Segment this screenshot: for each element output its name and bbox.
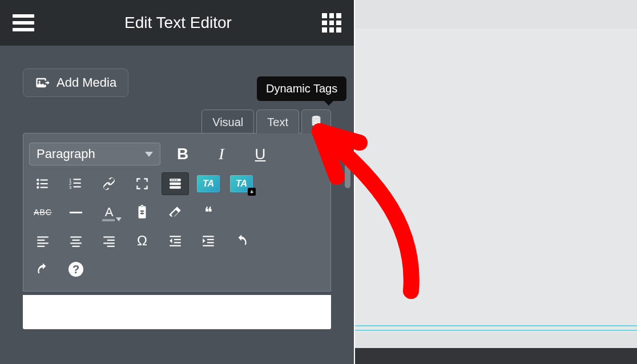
tab-visual[interactable]: Visual	[201, 110, 254, 134]
underline-icon: U	[255, 145, 266, 163]
tab-text[interactable]: Text	[256, 110, 299, 134]
numbered-list-icon: 123	[68, 176, 83, 191]
svg-rect-26	[70, 242, 82, 244]
fullscreen-icon	[135, 176, 150, 191]
svg-rect-6	[41, 187, 48, 188]
toolbar-toggle-icon	[168, 176, 183, 191]
svg-rect-27	[72, 246, 80, 247]
panel-title: Edit Text Editor	[124, 14, 232, 32]
svg-rect-20	[37, 236, 49, 237]
canvas-guide-line	[355, 330, 637, 331]
help-icon: ?	[68, 262, 83, 277]
chevron-down-icon	[116, 217, 122, 221]
svg-rect-38	[207, 242, 214, 243]
link-button[interactable]	[95, 172, 123, 195]
redo-icon	[35, 262, 50, 277]
menu-icon[interactable]	[13, 14, 34, 31]
tinymce-toolbar: Paragraph B I U 123	[23, 133, 331, 292]
media-icon	[35, 75, 51, 91]
strikethrough-icon: ABC	[34, 208, 52, 217]
bullet-list-icon	[35, 176, 50, 191]
blockquote-button[interactable]: ❝	[195, 201, 222, 224]
redo-button[interactable]	[29, 258, 57, 281]
clipboard-icon: T	[135, 205, 150, 220]
paste-text-button[interactable]: T	[128, 201, 156, 224]
svg-rect-23	[37, 246, 45, 247]
svg-rect-29	[107, 240, 115, 241]
plugin-ta-button[interactable]: TA	[195, 172, 222, 195]
bold-button[interactable]: B	[166, 141, 199, 167]
tab-text-label: Text	[267, 116, 288, 128]
editor-panel: Edit Text Editor Add Media Visual Text P…	[0, 0, 354, 364]
svg-rect-18	[176, 180, 178, 180]
svg-rect-21	[37, 240, 45, 241]
svg-text:3: 3	[69, 185, 71, 190]
text-color-icon: A	[105, 205, 114, 220]
svg-rect-15	[170, 186, 181, 188]
svg-rect-2	[41, 179, 48, 180]
svg-rect-14	[170, 183, 181, 185]
hr-icon	[70, 212, 82, 213]
svg-rect-4	[41, 183, 48, 184]
clear-formatting-button[interactable]	[162, 201, 189, 224]
svg-rect-32	[170, 236, 181, 237]
svg-rect-34	[174, 242, 181, 243]
strikethrough-button[interactable]: ABC	[29, 201, 57, 224]
align-right-button[interactable]	[95, 229, 123, 252]
ta-badge-icon: TA	[197, 175, 220, 192]
tab-dynamic-tags[interactable]	[301, 110, 331, 134]
bullet-list-button[interactable]	[29, 172, 57, 195]
svg-point-1	[37, 179, 39, 181]
svg-rect-30	[103, 242, 115, 244]
svg-point-0	[312, 116, 321, 119]
add-media-label: Add Media	[57, 75, 116, 90]
horizontal-rule-button[interactable]	[62, 201, 90, 224]
svg-rect-10	[74, 183, 81, 184]
svg-point-3	[37, 183, 39, 185]
svg-rect-24	[70, 236, 82, 237]
italic-button[interactable]: I	[205, 141, 238, 167]
text-color-button[interactable]: A	[95, 201, 123, 224]
svg-rect-17	[174, 180, 175, 180]
svg-text:T: T	[140, 209, 144, 216]
add-media-button[interactable]: Add Media	[23, 68, 128, 97]
plugin-ta-add-button[interactable]: TA+	[228, 172, 255, 195]
eraser-icon	[168, 205, 183, 220]
special-character-button[interactable]: Ω	[128, 229, 156, 252]
svg-rect-25	[72, 240, 80, 241]
ta-badge-icon: TA+	[230, 175, 253, 192]
align-center-icon	[68, 233, 83, 248]
canvas-guide-line	[355, 325, 637, 326]
panel-header: Edit Text Editor	[0, 0, 354, 46]
toolbar-toggle-button[interactable]	[162, 172, 189, 195]
undo-button[interactable]	[228, 229, 255, 252]
svg-rect-22	[37, 242, 49, 244]
help-button[interactable]: ?	[62, 258, 90, 281]
bold-icon: B	[177, 145, 188, 163]
canvas-area	[355, 0, 637, 364]
indent-button[interactable]	[195, 229, 222, 252]
svg-rect-35	[170, 245, 181, 246]
svg-rect-28	[103, 236, 115, 237]
canvas-footer-strip	[355, 348, 637, 364]
svg-rect-36	[203, 236, 214, 237]
format-select-value: Paragraph	[37, 147, 95, 161]
canvas-content-band	[355, 29, 637, 333]
underline-button[interactable]: U	[244, 141, 277, 167]
outdent-icon	[168, 233, 183, 248]
quote-icon: ❝	[204, 204, 212, 221]
scrollbar-thumb[interactable]	[345, 137, 350, 188]
italic-icon: I	[219, 145, 224, 163]
fullscreen-button[interactable]	[128, 172, 156, 195]
align-center-button[interactable]	[62, 229, 90, 252]
numbered-list-button[interactable]: 123	[62, 172, 90, 195]
outdent-button[interactable]	[162, 229, 189, 252]
svg-rect-12	[74, 186, 81, 187]
editor-tabs: Visual Text	[23, 110, 331, 134]
editor-content-area[interactable]	[23, 295, 331, 329]
format-select[interactable]: Paragraph	[29, 143, 160, 165]
widgets-grid-icon[interactable]	[322, 13, 341, 33]
undo-icon	[234, 233, 249, 248]
align-left-button[interactable]	[29, 229, 57, 252]
omega-icon: Ω	[137, 233, 147, 249]
